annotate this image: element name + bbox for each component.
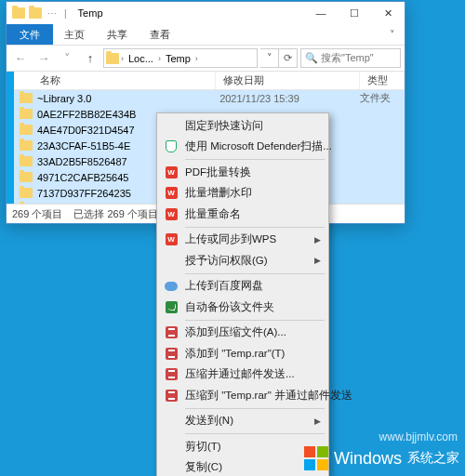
maximize-button[interactable]: ☐	[338, 2, 371, 24]
status-selection: 已选择 269 个项目	[73, 207, 157, 221]
ribbon-file-tab[interactable]: 文件	[7, 24, 53, 45]
archive-icon	[166, 326, 178, 338]
column-name[interactable]: 名称	[33, 72, 216, 89]
folder-icon	[20, 93, 33, 103]
archive-icon	[166, 348, 178, 360]
separator	[185, 227, 325, 228]
title-bar[interactable]: ⋯ | Temp — ☐ ✕	[7, 2, 405, 24]
pdf-icon: W	[166, 166, 178, 178]
folder-icon	[20, 156, 33, 166]
nav-back-button[interactable]: ←	[10, 48, 31, 69]
ctx-grant-access[interactable]: 授予访问权限(G)▶	[159, 250, 326, 271]
search-icon: 🔍	[305, 52, 318, 64]
archive-icon	[166, 368, 178, 380]
archive-icon	[166, 390, 178, 402]
separator	[185, 433, 325, 434]
folder-icon	[20, 188, 33, 198]
ctx-watermark[interactable]: W批量增删水印	[159, 183, 326, 205]
watermark: Windows系统之家	[304, 446, 459, 470]
nav-pane-accent	[7, 72, 14, 204]
chevron-right-icon[interactable]: ›	[158, 54, 161, 63]
address-dropdown-button[interactable]: ˅	[260, 48, 279, 68]
address-bar[interactable]: › Loc... › Temp ›	[103, 48, 258, 68]
ctx-batch-rename[interactable]: W批量重命名	[159, 204, 326, 225]
column-type[interactable]: 类型	[360, 72, 405, 89]
refresh-button[interactable]: ⟳	[279, 48, 298, 68]
window-title: Temp	[74, 7, 304, 19]
ctx-copy[interactable]: 复制(C)	[159, 457, 326, 477]
ctx-zip-temp-and-mail[interactable]: 压缩到 "Temp.rar" 并通过邮件发送	[159, 385, 326, 406]
separator	[185, 159, 325, 160]
ribbon-tabs: 文件 主页 共享 查看 ˅	[7, 24, 405, 46]
chevron-right-icon[interactable]: ›	[195, 54, 198, 63]
status-count: 269 个项目	[12, 207, 62, 221]
ctx-cut[interactable]: 剪切(T)	[159, 436, 326, 457]
ribbon-tab-view[interactable]: 查看	[139, 24, 181, 45]
breadcrumb-segment[interactable]: Loc...	[126, 53, 156, 64]
column-date[interactable]: 修改日期	[216, 72, 360, 89]
ribbon-expand-icon[interactable]: ˅	[380, 24, 405, 45]
close-button[interactable]: ✕	[371, 2, 405, 24]
column-headers: 名称 修改日期 类型	[14, 72, 405, 90]
ctx-add-to-temp-rar[interactable]: 添加到 "Temp.rar"(T)	[159, 343, 326, 364]
divider: |	[62, 8, 69, 19]
chevron-right-icon[interactable]: ›	[121, 54, 124, 63]
ctx-zip-and-mail[interactable]: 压缩并通过邮件发送...	[159, 364, 326, 386]
ctx-wps-upload[interactable]: W上传或同步到WPS▶	[159, 230, 326, 251]
folder-icon	[106, 53, 119, 64]
context-menu: 固定到快速访问 使用 Microsoft Defender扫描... WPDF批…	[156, 112, 329, 476]
folder-icon	[20, 140, 33, 151]
nav-up-button[interactable]: ↑	[80, 48, 100, 69]
watermark-url: www.bjjmlv.com	[379, 430, 458, 443]
folder-icon	[20, 125, 33, 135]
chevron-right-icon: ▶	[314, 235, 321, 245]
watermark-icon: W	[166, 187, 178, 199]
ribbon-tab-home[interactable]: 主页	[53, 24, 96, 45]
wps-icon: W	[166, 233, 178, 245]
address-bar-row: ← → ˅ ↑ › Loc... › Temp › ˅ ⟳ 🔍 搜索"Temp"	[7, 46, 405, 72]
search-placeholder: 搜索"Temp"	[321, 51, 374, 65]
folder-icon	[12, 7, 25, 19]
list-item[interactable]: ~Library 3.02021/11/23 15:39文件夹	[14, 90, 405, 106]
windows-logo-icon	[304, 446, 328, 470]
overflow-icon[interactable]: ⋯	[46, 8, 59, 19]
ctx-pin-to-quick-access[interactable]: 固定到快速访问	[159, 115, 326, 137]
ctx-pdf-convert[interactable]: WPDF批量转换	[159, 162, 326, 183]
separator	[185, 320, 325, 321]
watermark-brand: Windows	[334, 449, 402, 469]
chevron-right-icon: ▶	[314, 416, 321, 426]
ctx-auto-backup[interactable]: 自动备份该文件夹	[159, 297, 326, 318]
separator	[185, 273, 325, 274]
folder-icon	[29, 7, 42, 19]
ctx-send-to[interactable]: 发送到(N)▶	[159, 411, 326, 432]
separator	[185, 408, 325, 409]
search-input[interactable]: 🔍 搜索"Temp"	[300, 48, 401, 68]
folder-icon	[20, 109, 33, 119]
folder-icon	[20, 172, 33, 182]
breadcrumb-segment[interactable]: Temp	[163, 53, 193, 64]
ribbon-tab-share[interactable]: 共享	[96, 24, 139, 45]
cloud-icon	[165, 282, 178, 291]
watermark-suffix: 系统之家	[407, 450, 459, 467]
ctx-add-to-archive[interactable]: 添加到压缩文件(A)...	[159, 323, 326, 344]
chevron-right-icon: ▶	[314, 256, 321, 265]
ctx-baidu-upload[interactable]: 上传到百度网盘	[159, 276, 326, 298]
minimize-button[interactable]: —	[304, 2, 338, 24]
shield-icon	[166, 140, 177, 152]
rename-icon: W	[166, 208, 178, 220]
ctx-defender-scan[interactable]: 使用 Microsoft Defender扫描...	[159, 137, 326, 158]
nav-history-dropdown[interactable]: ˅	[57, 48, 77, 69]
backup-icon	[166, 301, 178, 313]
nav-forward-button[interactable]: →	[33, 48, 54, 69]
